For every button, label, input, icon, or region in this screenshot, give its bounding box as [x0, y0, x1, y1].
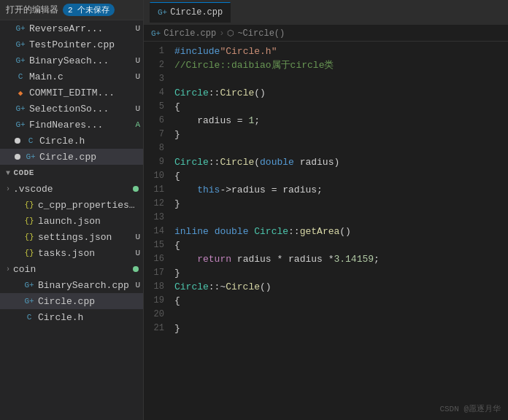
file-label: FindNeares... — [29, 120, 129, 131]
line-number: 3 — [144, 72, 172, 86]
code-line: 8 — [144, 141, 508, 155]
breadcrumb-separator: › — [219, 28, 224, 39]
line-content — [172, 141, 508, 155]
tab-label: Circle.cpp — [170, 7, 223, 18]
cpp-icon: G+ — [23, 279, 35, 291]
cpp-icon: G+ — [15, 103, 26, 114]
list-item[interactable]: › .vscode — [0, 181, 143, 197]
cpp-icon: G+ — [15, 55, 26, 66]
breadcrumb: G+ Circle.cpp › ⬡ ~Circle() — [144, 26, 508, 42]
open-editors-list: G+ ReverseArr... U G+ TestPointer.cpp G+… — [0, 20, 143, 420]
file-label: Circle.cpp — [39, 152, 140, 163]
line-content: { — [172, 238, 508, 252]
code-line: 1 #include"Circle.h" — [144, 44, 508, 58]
line-content — [172, 308, 508, 322]
line-number: 17 — [144, 266, 172, 280]
list-item[interactable]: G+ ReverseArr... U — [0, 20, 143, 36]
code-line: 11 this->radius = radius; — [144, 183, 508, 197]
chevron-icon: › — [6, 185, 10, 193]
file-label: tasks.json — [38, 248, 129, 259]
code-line: 21 } — [144, 322, 508, 335]
file-label: BinarySearch.cpp — [38, 280, 129, 291]
line-content: this->radius = radius; — [172, 183, 508, 197]
list-item[interactable]: G+ Circle.cpp — [0, 149, 143, 165]
list-item[interactable]: C Circle.h — [0, 309, 143, 325]
cpp-icon: G+ — [25, 151, 36, 163]
unsaved-badge: 2 个未保存 — [63, 4, 115, 16]
list-item[interactable]: {} settings.json U — [0, 229, 143, 245]
file-label: TestPointer.cpp — [29, 39, 140, 50]
json-icon: {} — [23, 199, 35, 211]
file-label: Main.c — [29, 71, 129, 82]
line-number: 15 — [144, 238, 172, 252]
line-number: 21 — [144, 322, 172, 335]
code-line: 4 Circle::Circle() — [144, 86, 508, 100]
file-label: launch.json — [38, 216, 140, 227]
list-item[interactable]: G+ FindNeares... A — [0, 117, 143, 133]
code-line: 10 { — [144, 169, 508, 183]
list-item[interactable]: ◆ COMMIT_EDITM... — [0, 85, 143, 101]
file-badge: U — [135, 72, 140, 81]
line-content: inline double Circle::getArea() — [172, 225, 508, 238]
cpp-icon: G+ — [23, 295, 35, 307]
section-label: CODE — [14, 168, 34, 177]
file-badge: U — [135, 56, 140, 65]
list-item[interactable]: G+ SelectionSo... U — [0, 101, 143, 117]
list-item[interactable]: C Circle.h — [0, 133, 143, 149]
breadcrumb-func: ~Circle() — [237, 28, 285, 39]
line-number: 6 — [144, 114, 172, 128]
line-content: } — [172, 322, 508, 335]
line-content — [172, 72, 508, 86]
list-item[interactable]: C Main.c U — [0, 69, 143, 85]
line-content: #include"Circle.h" — [172, 44, 508, 58]
file-label: COMMIT_EDITM... — [29, 88, 140, 98]
editor-area: G+ Circle.cpp G+ Circle.cpp › ⬡ ~Circle(… — [144, 0, 508, 420]
folder-label: .vscode — [13, 184, 130, 195]
chevron-icon: › — [6, 265, 10, 273]
dot-indicator-green — [133, 186, 139, 192]
list-item[interactable]: {} launch.json — [0, 213, 143, 229]
code-editor[interactable]: 1 #include"Circle.h" 2 //Circle::daibiao… — [144, 42, 508, 420]
file-badge: U — [135, 104, 140, 113]
json-icon: {} — [23, 247, 35, 259]
list-item[interactable]: {} c_cpp_properties.json — [0, 197, 143, 213]
line-content: return radius * radius *3.14159; — [172, 252, 508, 266]
line-number: 20 — [144, 308, 172, 322]
line-number: 7 — [144, 128, 172, 141]
list-item[interactable]: › coin — [0, 261, 143, 277]
open-editors-title: 打开的编辑器 — [6, 4, 58, 16]
json-icon: {} — [23, 215, 35, 227]
c-icon: C — [25, 135, 36, 147]
line-number: 2 — [144, 58, 172, 72]
list-item[interactable]: G+ Circle.cpp — [0, 293, 143, 309]
file-badge: U — [135, 249, 140, 257]
file-badge: A — [135, 120, 140, 129]
code-line: 2 //Circle::daibiao属于circle类 — [144, 58, 508, 72]
code-line: 5 { — [144, 100, 508, 114]
code-line: 13 — [144, 211, 508, 225]
cpp-icon: G+ — [15, 39, 26, 50]
list-item[interactable]: G+ BinarySearch.cpp U — [0, 277, 143, 293]
list-item[interactable]: G+ BinarySeach... U — [0, 52, 143, 69]
c-icon: C — [23, 311, 35, 323]
line-content: { — [172, 100, 508, 114]
dot-indicator — [15, 154, 20, 160]
breadcrumb-class-icon: ⬡ — [227, 28, 234, 38]
line-number: 13 — [144, 211, 172, 225]
active-tab[interactable]: G+ Circle.cpp — [150, 2, 231, 23]
code-section-header[interactable]: ▼ CODE — [0, 165, 143, 181]
file-badge: U — [135, 281, 140, 289]
line-content: } — [172, 128, 508, 141]
breadcrumb-cpp-icon: G+ — [151, 29, 161, 38]
list-item[interactable]: G+ TestPointer.cpp — [0, 36, 143, 52]
line-content: Circle::Circle() — [172, 86, 508, 100]
list-item[interactable]: {} tasks.json U — [0, 245, 143, 261]
code-line: 18 Circle::~Circle() — [144, 280, 508, 294]
code-line: 9 Circle::Circle(double radius) — [144, 155, 508, 169]
line-number: 18 — [144, 280, 172, 294]
c-icon: C — [15, 71, 26, 82]
dot-indicator-green — [133, 266, 139, 272]
editor-tabs: G+ Circle.cpp — [144, 0, 508, 26]
file-label: BinarySeach... — [29, 55, 129, 66]
folder-label: coin — [13, 264, 130, 275]
